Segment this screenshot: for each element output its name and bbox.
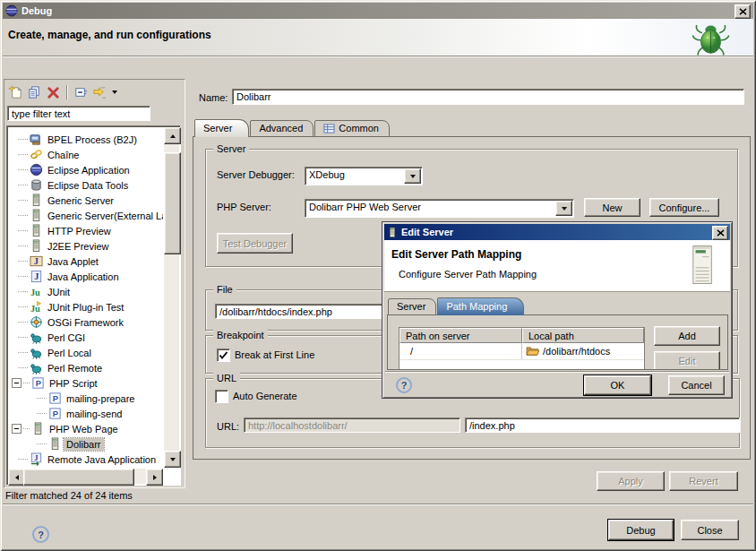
tree-item-java-applet[interactable]: JJava Applet [9,254,163,269]
name-label: Name: [199,92,228,103]
break-first-line-checkbox[interactable] [217,349,230,362]
dialog-tab-path-mapping[interactable]: Path Mapping [437,297,524,315]
arrow-right-icon [153,475,157,480]
help-button[interactable]: ? [32,526,49,543]
path-mapping-table: Path on server Local path //dolibarr/htd… [399,327,645,370]
edit-mapping-button[interactable]: Edit [654,351,720,370]
tree-item-http-preview[interactable]: HTTP Preview [9,223,163,238]
scroll-right-button[interactable] [146,469,163,486]
dialog-close-button[interactable] [712,226,728,240]
window-title: Debug [21,5,52,16]
tree-item-generic-server[interactable]: Generic Server [9,193,163,208]
php-server-combo[interactable]: Dolibarr PHP Web Server [305,199,574,218]
tree-item-label: mailing-prepare [64,392,137,405]
chevron-down-icon [562,207,567,211]
banner: Create, manage, and run configurations [3,19,753,56]
tree-item-perl-local[interactable]: Perl Local [9,345,163,360]
ok-button[interactable]: OK [584,375,651,395]
debug-button[interactable]: Debug [608,520,674,540]
tree-item-php-script[interactable]: PPHP Script [9,375,163,391]
horizontal-scroll-thumb[interactable] [23,469,134,486]
duplicate-button[interactable] [25,83,44,101]
name-input[interactable] [232,89,744,105]
server-debugger-combo[interactable]: XDebug [305,167,423,185]
tree-item-java-application[interactable]: JJava Application [9,269,163,284]
filter-button[interactable] [90,83,109,101]
tree-item-label: Generic Server(External La [45,210,163,222]
tree-item-label: PHP Web Page [47,423,121,435]
tree-item-label: Eclipse Data Tools [45,179,131,192]
tree-item-perl-remote[interactable]: Perl Remote [9,360,163,375]
column-header-path-on-server[interactable]: Path on server [399,328,522,343]
perl-icon [29,331,43,345]
tree-item-label: Chaîne [45,149,82,161]
tree-item-mailing-prepare[interactable]: Pmailing-prepare [9,391,163,406]
window-titlebar[interactable]: Debug [3,3,753,19]
tree-item-junit-plug-in-test[interactable]: JuJUnit Plug-in Test [9,299,163,314]
tree-item-generic-server-external-la[interactable]: Generic Server(External La [9,208,163,223]
server-icon [29,224,43,238]
tree-item-j2ee-preview[interactable]: J2EE Preview [9,238,163,254]
cancel-button[interactable]: Cancel [668,375,725,395]
close-button[interactable]: Close [681,520,739,540]
delete-button[interactable] [44,83,63,101]
dialog-tabs: Server Path Mapping [388,297,525,315]
tree-item-label: Java Application [45,271,122,283]
tab-server[interactable]: Server [194,119,249,137]
tree-item-bpel-process-b2j[interactable]: BPEL Process (B2J) [9,132,163,147]
tree-item-junit[interactable]: JuJUnit [9,284,163,299]
arrow-down-icon [170,458,176,461]
dialog-header: Edit Server Path Mapping Configure Serve… [384,240,730,292]
tree-item-perl-cgi[interactable]: Perl CGI [9,330,163,345]
tree-item-cha-ne[interactable]: Chaîne [9,147,163,162]
tree-item-osgi-framework[interactable]: OSGi Framework [9,314,163,330]
dialog-help-button[interactable]: ? [396,377,412,393]
auto-generate-checkbox[interactable] [215,390,228,403]
mapping-row[interactable]: //dolibarr/htdocs [399,343,644,360]
tree-item-remote-java-application[interactable]: JRemote Java Application [9,452,163,467]
svg-text:J: J [34,271,39,281]
tree-item-mailing-send[interactable]: Pmailing-send [9,406,163,421]
configure-button[interactable]: Configure... [649,198,719,217]
new-configuration-button[interactable] [6,83,25,101]
toolbar-menu-button[interactable] [109,83,120,101]
test-debugger-button[interactable]: Test Debugger [217,233,293,254]
column-header-local-path[interactable]: Local path [522,328,644,343]
tree-item-label: BPEL Process (B2J) [45,133,140,146]
tree-item-eclipse-application[interactable]: Eclipse Application [9,162,163,177]
combo-dropdown-button[interactable] [404,168,421,184]
base-url-input[interactable] [244,418,460,433]
collapse-all-button[interactable] [72,83,90,101]
tree-item-eclipse-data-tools[interactable]: Eclipse Data Tools [9,177,163,193]
new-server-button[interactable]: New [584,198,640,217]
tree-item-label: Perl Remote [45,362,105,375]
tree-vertical-scrollbar[interactable] [164,127,179,468]
tree-item-dolibarr[interactable]: Dolibarr [9,436,163,452]
tree-item-label: OSGi Framework [45,316,126,329]
tab-common[interactable]: Common [314,120,390,137]
local-path-text: /dolibarr/htdocs [543,346,610,357]
revert-button[interactable]: Revert [669,471,738,491]
expander-minus-icon[interactable] [12,424,21,434]
combo-dropdown-button[interactable] [555,201,572,216]
url-path-input[interactable] [465,418,740,433]
filter-input[interactable] [7,106,150,121]
php-icon: P [30,376,45,391]
tree-item-label: Perl CGI [45,331,88,344]
scroll-down-button[interactable] [164,451,181,468]
path-on-server-cell: / [399,343,522,359]
window-close-button[interactable] [735,4,751,19]
dialog-tab-server[interactable]: Server [388,298,436,315]
tree-item-php-web-page[interactable]: PHP Web Page [9,421,163,436]
tree-horizontal-scrollbar[interactable] [8,469,163,484]
scroll-up-button[interactable] [164,127,181,144]
tab-advanced[interactable]: Advanced [250,120,314,137]
vertical-scroll-thumb[interactable] [164,152,181,254]
svg-text:J: J [34,453,38,462]
add-mapping-button[interactable]: Add [654,326,720,346]
server-icon [30,422,45,436]
expander-minus-icon[interactable] [12,378,21,388]
bug-icon [690,19,732,60]
dialog-titlebar[interactable]: Edit Server [384,224,730,240]
apply-button[interactable]: Apply [597,471,665,491]
